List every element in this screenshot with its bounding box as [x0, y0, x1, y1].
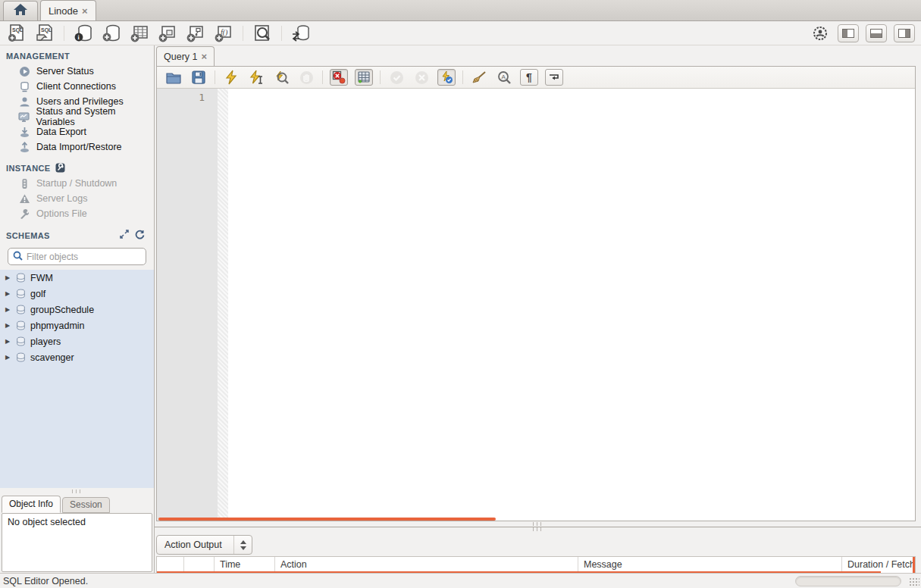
sidebar-item-server-status[interactable]: Server Status	[0, 64, 154, 79]
schema-row-fwm[interactable]: ▶ FWM	[0, 270, 154, 286]
close-icon[interactable]: ×	[201, 51, 207, 62]
output-type-select[interactable]: Action Output	[156, 535, 252, 555]
chevron-right-icon[interactable]: ▶	[5, 290, 13, 297]
beautify-sql-button[interactable]	[470, 69, 488, 86]
schema-row-golf[interactable]: ▶ golf	[0, 286, 154, 302]
chevron-right-icon[interactable]: ▶	[5, 322, 13, 329]
open-script-button[interactable]	[164, 69, 183, 86]
schema-row-players[interactable]: ▶ players	[0, 333, 154, 349]
create-function-button[interactable]: f()	[213, 23, 234, 44]
preferences-icon[interactable]	[810, 23, 831, 44]
toggle-result-grid-button[interactable]	[355, 69, 373, 86]
rollback-button[interactable]	[412, 69, 431, 86]
sidebar-item-startup-shutdown[interactable]: Startup / Shutdown	[0, 176, 154, 191]
find-icon[interactable]: A	[495, 69, 513, 86]
chevron-right-icon[interactable]: ▶	[5, 306, 13, 313]
sidebar-item-label: Server Status	[36, 66, 94, 77]
traffic-light-icon	[18, 178, 30, 189]
sidebar-item-data-export[interactable]: Data Export	[0, 124, 154, 139]
toggle-word-wrap-button[interactable]	[545, 69, 563, 86]
refresh-schemas-icon[interactable]	[135, 230, 145, 241]
save-script-button[interactable]	[190, 69, 208, 86]
create-view-button[interactable]	[157, 23, 178, 44]
stop-query-button[interactable]	[297, 69, 315, 86]
output-panel: Action Output Time Action Message Durati…	[155, 532, 921, 573]
object-info-text: No object selected	[8, 517, 86, 527]
sql-text-area[interactable]	[228, 89, 915, 521]
chevron-right-icon[interactable]: ▶	[5, 338, 13, 345]
sidebar-item-label: Startup / Shutdown	[36, 178, 117, 189]
close-icon[interactable]: ×	[82, 5, 88, 17]
splitter-grip[interactable]	[533, 522, 543, 526]
client-connections-icon	[18, 81, 30, 92]
column-message[interactable]: Message	[578, 557, 842, 571]
column-duration[interactable]: Duration / Fetch	[842, 557, 915, 571]
create-table-button[interactable]	[129, 23, 150, 44]
sql-editor-toolbar: A ¶	[157, 67, 915, 89]
warning-triangle-icon	[18, 193, 30, 205]
sql-editor[interactable]: 1	[157, 89, 915, 521]
export-icon	[18, 127, 30, 138]
schema-row-phpmyadmin[interactable]: ▶ phpmyadmin	[0, 317, 154, 333]
column-action[interactable]: Action	[275, 557, 578, 571]
output-type-label: Action Output	[164, 540, 222, 550]
sidebar-item-status-variables[interactable]: Status and System Variables	[0, 109, 154, 124]
execute-current-statement-button[interactable]	[247, 69, 265, 86]
schema-filter-input[interactable]	[27, 252, 144, 262]
toggle-left-sidebar-button[interactable]	[838, 24, 859, 42]
user-icon	[18, 96, 30, 108]
schema-row-scavenger[interactable]: ▶ scavenger	[0, 349, 154, 365]
schema-icon	[16, 336, 26, 346]
management-title: MANAGEMENT	[6, 52, 70, 61]
wrench-icon	[18, 208, 30, 220]
output-vertical-scrollbar[interactable]	[913, 557, 915, 573]
column-time[interactable]: Time	[215, 557, 275, 571]
toggle-autocommit-button[interactable]	[437, 69, 456, 86]
window-resize-grip[interactable]	[909, 577, 919, 586]
toggle-right-sidebar-button[interactable]	[894, 24, 915, 42]
commit-button[interactable]	[387, 69, 406, 86]
home-tab[interactable]	[3, 1, 38, 20]
tab-query-1[interactable]: Query 1 ×	[156, 46, 215, 66]
tab-object-info[interactable]: Object Info	[2, 496, 61, 513]
sidebar-item-client-connections[interactable]: Client Connections	[0, 79, 154, 94]
progress-indicator	[795, 576, 901, 586]
connection-tab-linode[interactable]: Linode ×	[40, 0, 96, 20]
schema-inspector-button[interactable]: i	[73, 23, 94, 44]
sidebar-item-data-import[interactable]: Data Import/Restore	[0, 139, 154, 155]
sidebar-item-server-logs[interactable]: Server Logs	[0, 191, 154, 206]
expand-schemas-icon[interactable]	[120, 230, 129, 241]
toolbar-separator	[243, 26, 243, 41]
splitter-grip[interactable]	[533, 527, 543, 531]
tab-session[interactable]: Session	[62, 497, 110, 513]
status-text: SQL Editor Opened.	[3, 576, 88, 586]
chevron-right-icon[interactable]: ▶	[5, 274, 13, 281]
create-schema-button[interactable]	[101, 23, 122, 44]
search-table-data-button[interactable]	[252, 23, 273, 44]
toggle-invisibles-button[interactable]: ¶	[520, 69, 538, 86]
output-horizontal-scrollbar[interactable]	[157, 571, 881, 573]
editor-horizontal-scrollbar[interactable]	[158, 518, 496, 521]
reconnect-dbms-button[interactable]	[290, 23, 312, 44]
combo-stepper-icon[interactable]	[233, 536, 252, 554]
explain-query-button[interactable]	[272, 69, 290, 86]
sidebar-splitter-handle[interactable]	[0, 488, 154, 495]
chevron-right-icon[interactable]: ▶	[5, 354, 13, 361]
execute-query-button[interactable]	[222, 69, 240, 86]
toolbar-separator	[64, 26, 64, 41]
toggle-stop-on-error-button[interactable]	[330, 69, 348, 86]
column-index[interactable]	[184, 557, 215, 571]
sidebar-item-options-file[interactable]: Options File	[0, 206, 154, 221]
column-label: Action	[280, 559, 307, 570]
schema-icon	[16, 352, 26, 362]
schema-row-groupschedule[interactable]: ▶ groupSchedule	[0, 302, 154, 317]
toggle-bottom-panel-button[interactable]	[866, 24, 887, 42]
code-fold-margin	[218, 89, 228, 521]
open-sql-script-button[interactable]: SQL	[34, 23, 55, 44]
line-number-gutter: 1	[157, 89, 218, 521]
column-icon[interactable]	[157, 557, 184, 571]
schema-label: groupSchedule	[30, 305, 94, 315]
new-sql-tab-button[interactable]: SQL	[6, 23, 27, 44]
create-procedure-button[interactable]	[185, 23, 206, 44]
output-splitter-handle[interactable]	[155, 521, 921, 532]
